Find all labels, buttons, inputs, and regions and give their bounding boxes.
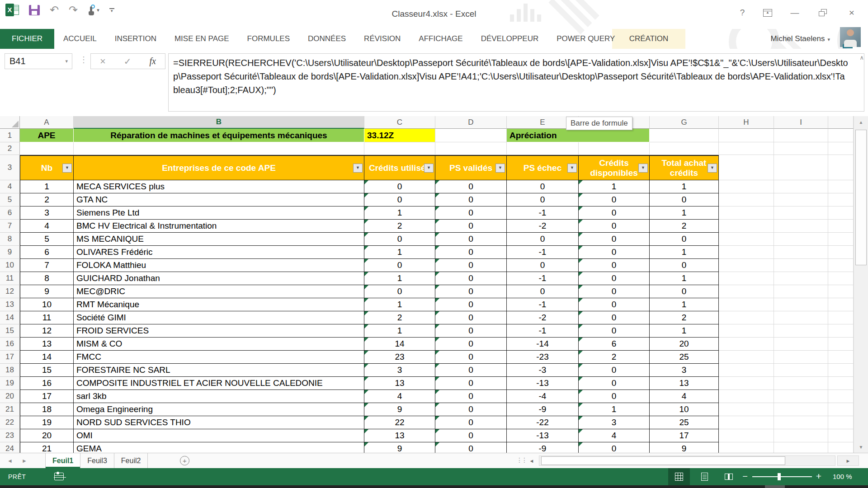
- cell-empty[interactable]: [828, 442, 854, 453]
- cell-value[interactable]: 0: [364, 259, 435, 272]
- cell-nb[interactable]: 13: [20, 338, 74, 351]
- cell-empty[interactable]: [719, 351, 774, 364]
- cell-empty[interactable]: [364, 142, 435, 155]
- cell-entreprise[interactable]: GEMA: [74, 442, 364, 453]
- cell-C1-ape-code[interactable]: 33.12Z: [364, 129, 435, 142]
- cell-nb[interactable]: 5: [20, 233, 74, 246]
- cell-empty[interactable]: [719, 129, 774, 142]
- cell-empty[interactable]: [828, 403, 854, 416]
- cell-value[interactable]: 0: [435, 259, 507, 272]
- cell-value[interactable]: 0: [579, 442, 650, 453]
- cell-value[interactable]: 9: [364, 442, 435, 453]
- cell-value[interactable]: -13: [507, 429, 579, 442]
- row-header-22[interactable]: 22: [0, 416, 20, 429]
- column-header-D[interactable]: D: [435, 116, 507, 129]
- cell-value[interactable]: 1: [364, 206, 435, 220]
- tab-fichier[interactable]: FICHIER: [0, 29, 54, 49]
- sheet-nav-next-icon[interactable]: ►: [22, 453, 27, 468]
- cell-value[interactable]: 0: [650, 259, 719, 272]
- cell-value[interactable]: 0: [364, 193, 435, 206]
- cell-value[interactable]: 0: [435, 272, 507, 285]
- cell-nb[interactable]: 12: [20, 324, 74, 338]
- cell-empty[interactable]: [435, 142, 507, 155]
- cell-empty[interactable]: [774, 259, 828, 272]
- cell-empty[interactable]: [719, 220, 774, 233]
- excel-logo-icon[interactable]: X: [5, 4, 19, 16]
- cell-entreprise[interactable]: NORD SUD SERVICES THIO: [74, 416, 364, 429]
- cell-value[interactable]: 20: [650, 338, 719, 351]
- zoom-level[interactable]: 100 %: [833, 473, 852, 480]
- cell-empty[interactable]: [719, 324, 774, 338]
- cell-empty[interactable]: [774, 324, 828, 338]
- cell-value[interactable]: 1: [364, 298, 435, 311]
- cell-entreprise[interactable]: FMCC: [74, 351, 364, 364]
- cell-entreprise[interactable]: RMT Mécanique: [74, 298, 364, 311]
- cell-empty[interactable]: [719, 193, 774, 206]
- select-all-corner[interactable]: [0, 116, 20, 129]
- row-header-8[interactable]: 8: [0, 233, 20, 246]
- cell-empty[interactable]: [774, 142, 828, 155]
- cell-empty[interactable]: [719, 403, 774, 416]
- cell-value[interactable]: 4: [364, 390, 435, 403]
- cell-value[interactable]: 0: [650, 285, 719, 298]
- cell-empty[interactable]: [828, 259, 854, 272]
- filter-dropdown-icon[interactable]: ▼: [62, 164, 72, 173]
- cell-empty[interactable]: [774, 338, 828, 351]
- row-header-5[interactable]: 5: [0, 193, 20, 206]
- redo-button[interactable]: ↷: [69, 5, 78, 15]
- horizontal-scrollbar[interactable]: [539, 455, 835, 466]
- cell-value[interactable]: 1: [650, 298, 719, 311]
- cell-nb[interactable]: 18: [20, 403, 74, 416]
- cell-value[interactable]: 25: [650, 351, 719, 364]
- cell-value[interactable]: -14: [507, 338, 579, 351]
- table-header-7[interactable]: Total achat crédits▼: [650, 155, 719, 180]
- cell-value[interactable]: -13: [507, 377, 579, 390]
- zoom-out-button[interactable]: −: [741, 473, 749, 481]
- cell-value[interactable]: 0: [364, 180, 435, 193]
- cell-value[interactable]: -1: [507, 324, 579, 338]
- vertical-scrollbar-thumb[interactable]: [855, 130, 867, 265]
- cell-empty[interactable]: [774, 193, 828, 206]
- cancel-icon[interactable]: ×: [100, 56, 106, 67]
- cell-value[interactable]: -2: [507, 220, 579, 233]
- cell-value[interactable]: 1: [650, 246, 719, 259]
- cell-value[interactable]: 0: [435, 377, 507, 390]
- row-header-7[interactable]: 7: [0, 220, 20, 233]
- row-header-12[interactable]: 12: [0, 285, 20, 298]
- cell-empty[interactable]: [828, 220, 854, 233]
- row-header-3[interactable]: 3: [0, 155, 20, 180]
- cell-empty[interactable]: [828, 206, 854, 220]
- cell-value[interactable]: 0: [435, 429, 507, 442]
- cell-value[interactable]: 3: [650, 364, 719, 377]
- cell-empty[interactable]: [828, 338, 854, 351]
- column-header-C[interactable]: C: [364, 116, 435, 129]
- cell-value[interactable]: 0: [435, 298, 507, 311]
- cell-empty[interactable]: [774, 377, 828, 390]
- cell-nb[interactable]: 16: [20, 377, 74, 390]
- cell-value[interactable]: 13: [650, 377, 719, 390]
- filter-dropdown-icon[interactable]: ▼: [567, 164, 577, 173]
- cell-empty[interactable]: [828, 351, 854, 364]
- tab-insertion[interactable]: INSERTION: [115, 29, 156, 49]
- cell-value[interactable]: 22: [364, 416, 435, 429]
- cell-value[interactable]: 23: [364, 351, 435, 364]
- cell-value[interactable]: 14: [364, 338, 435, 351]
- cell-value[interactable]: 1: [579, 403, 650, 416]
- row-header-21[interactable]: 21: [0, 403, 20, 416]
- cell-entreprise[interactable]: Société GIMI: [74, 311, 364, 324]
- cell-empty[interactable]: [828, 285, 854, 298]
- cell-value[interactable]: 13: [364, 377, 435, 390]
- cell-nb[interactable]: 9: [20, 285, 74, 298]
- filter-dropdown-icon[interactable]: ▼: [495, 164, 505, 173]
- ribbon-display-options-button[interactable]: [758, 5, 778, 20]
- cell-empty[interactable]: [828, 246, 854, 259]
- tab-donn-es[interactable]: DONNÉES: [308, 29, 346, 49]
- cell-value[interactable]: 2: [650, 311, 719, 324]
- tab-mise-en-page[interactable]: MISE EN PAGE: [175, 29, 229, 49]
- cell-nb[interactable]: 1: [20, 180, 74, 193]
- cell-value[interactable]: -9: [507, 403, 579, 416]
- scroll-up-icon[interactable]: ▲: [854, 116, 868, 128]
- cell-empty[interactable]: [828, 272, 854, 285]
- cell-empty[interactable]: [719, 311, 774, 324]
- cell-B1-ape-label[interactable]: Réparation de machines et équipements mé…: [74, 129, 364, 142]
